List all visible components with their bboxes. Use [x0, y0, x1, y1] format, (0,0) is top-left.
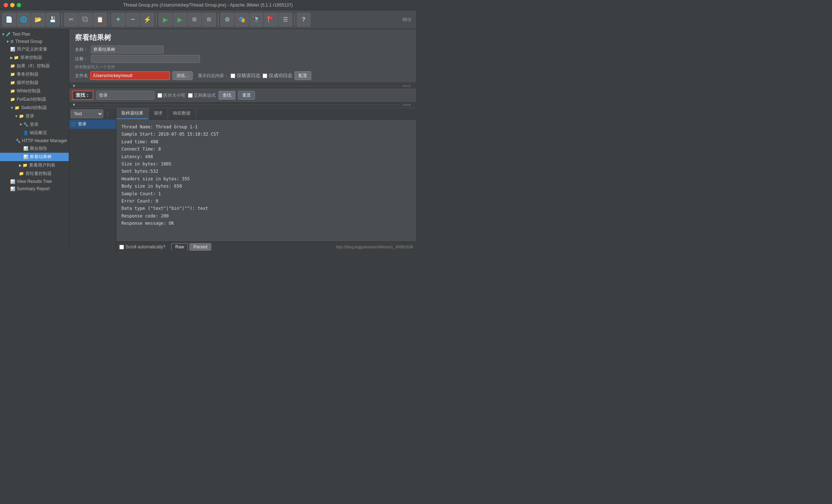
- sidebar-item-throughput[interactable]: 📁 吞吐量控制器: [0, 169, 69, 178]
- save-button[interactable]: 💾: [46, 13, 60, 27]
- sidebar-item-user-vars[interactable]: 📊 用户定义的变量: [0, 45, 69, 53]
- tab-raw[interactable]: Raw: [171, 243, 188, 251]
- name-input[interactable]: [91, 45, 164, 53]
- collapse-arrow-1[interactable]: ▼: [72, 84, 76, 88]
- scroll-auto-label: Scroll automatically?: [125, 244, 165, 249]
- remote-settings-button[interactable]: ⚙: [220, 13, 234, 27]
- close-button[interactable]: [4, 3, 8, 7]
- file-section-label: 所有数据写入一个文件: [75, 64, 410, 70]
- search-bar: 查找： 区分大小写 正则表达式 查找 重置: [69, 89, 416, 101]
- tab-sampler-result[interactable]: 取样器结果: [116, 108, 149, 119]
- shutdown-button[interactable]: ⏹: [202, 13, 216, 27]
- search-button[interactable]: 查找: [219, 91, 235, 100]
- collapse-arrow-2[interactable]: ▼: [72, 103, 76, 107]
- templates-button[interactable]: 📂: [31, 13, 45, 27]
- run-selected-button[interactable]: ⚡: [140, 13, 154, 27]
- minimize-button[interactable]: [10, 3, 15, 7]
- sidebar-item-switch-ctrl[interactable]: ▼ 📁 Switch控制器: [0, 104, 69, 112]
- clear-all-button[interactable]: ☰: [279, 13, 292, 27]
- sidebar-item-simple-ctrl[interactable]: ▶ 📁 简单控制器: [0, 53, 69, 62]
- sidebar-item-assertion[interactable]: 👤 响应断言: [0, 129, 69, 137]
- error-log-checkbox[interactable]: [231, 73, 235, 78]
- file-path-input[interactable]: [90, 71, 170, 80]
- open-button[interactable]: 🌐: [17, 13, 31, 27]
- drag-handle[interactable]: ⋮: [105, 111, 111, 117]
- case-sensitive-checkbox[interactable]: [157, 93, 162, 98]
- while-ctrl-icon: 📁: [10, 89, 15, 93]
- sidebar-item-thread-group[interactable]: ▼ ⚙ Thread Group: [0, 38, 69, 45]
- error-log-label: 仅错误日志: [237, 72, 260, 79]
- toolbar: 📄 🌐 📂 💾 ✂ ⿻ 📋 + − ⚡ ▶ ▶ ⏹ ⏹ ⚙ 🎭 🔭 🚩 ☰ ? …: [0, 10, 416, 29]
- sidebar-item-summary-report[interactable]: 📊 Summary Report: [0, 185, 69, 192]
- collapse-row-2: ▼ ≋≋≋: [69, 101, 416, 108]
- add-button[interactable]: +: [111, 13, 125, 27]
- start-no-pauses-button[interactable]: ▶: [173, 13, 187, 27]
- separator-1: [61, 13, 62, 26]
- sidebar-item-view-results-tree[interactable]: 📊 View Results Tree: [0, 178, 69, 185]
- tree-arrow-simple[interactable]: ▶: [10, 56, 13, 60]
- sidebar-item-login-parent[interactable]: ▼ 📁 登录: [0, 112, 69, 120]
- tree-arrow-test-plan[interactable]: ▼: [1, 32, 5, 36]
- remove-button[interactable]: −: [126, 13, 140, 27]
- window-controls[interactable]: [4, 3, 21, 7]
- scroll-auto-checkbox[interactable]: [119, 245, 124, 249]
- clear-button[interactable]: 🚩: [264, 13, 278, 27]
- tree-arrow-switch[interactable]: ▼: [10, 106, 14, 110]
- copy-button[interactable]: ⿻: [79, 13, 92, 27]
- tree-arrow-login-parent[interactable]: ▼: [15, 114, 18, 118]
- sidebar-item-aggregate[interactable]: 📊 聚合报告: [0, 144, 69, 153]
- function-helper-button[interactable]: 🔭: [249, 13, 263, 27]
- throughput-icon: 📁: [19, 171, 24, 176]
- cut-button[interactable]: ✂: [64, 13, 78, 27]
- browse-button[interactable]: 浏览...: [172, 71, 193, 80]
- help-button[interactable]: ?: [297, 13, 311, 27]
- success-log-checkbox[interactable]: [263, 73, 267, 78]
- sidebar-item-http-header[interactable]: 🔧 HTTP Header Manager: [0, 137, 69, 144]
- file-row: 文件名 浏览... 显示日志内容： 仅错误日志 仅成功日志 配置: [75, 71, 410, 80]
- simple-ctrl-icon: 📁: [14, 55, 19, 60]
- search-input[interactable]: [96, 91, 155, 100]
- regex-checkbox[interactable]: [188, 93, 193, 98]
- sidebar-item-while-ctrl[interactable]: 📁 While控制器: [0, 87, 69, 95]
- result-item-login[interactable]: 🛡 登录: [69, 120, 116, 129]
- paste-button[interactable]: 📋: [93, 13, 107, 27]
- sidebar-item-view-results[interactable]: 📊 察看结果树: [0, 153, 69, 161]
- sidebar-item-loop-ctrl[interactable]: 📁 循环控制器: [0, 79, 69, 87]
- comment-input[interactable]: [91, 55, 200, 63]
- panel-title: 察看结果树: [75, 33, 410, 43]
- thread-group-icon: ⚙: [10, 39, 14, 44]
- status-url: http://blog.biggsdrstreet/Weixin1_409826…: [336, 245, 413, 249]
- name-row: 名称：: [75, 45, 410, 53]
- sidebar-item-if-ctrl[interactable]: 📁 如果（If）控制器: [0, 62, 69, 70]
- sampler-result-text: Thread Name: Thread Group 1-1 Sample Sta…: [121, 123, 411, 241]
- bottom-tabs: Raw Parsed: [171, 243, 211, 251]
- case-sensitive-label: 区分大小写: [163, 92, 185, 99]
- start-button[interactable]: ▶: [159, 13, 172, 27]
- status-success-icon: 🛡: [71, 121, 76, 127]
- tab-parsed[interactable]: Parsed: [189, 243, 211, 251]
- sidebar-item-login-child[interactable]: ▼ 🔧 登录: [0, 120, 69, 129]
- results-list-panel: Text RegExp Tester CSS/JQuery XPath Test…: [69, 108, 116, 252]
- log-viewer-button[interactable]: 🎭: [235, 13, 249, 27]
- comment-row: 注释：: [75, 55, 410, 63]
- tree-arrow-login-child[interactable]: ▼: [19, 123, 23, 127]
- sidebar-item-user-list[interactable]: ▶ 📁 查看用户列表: [0, 161, 69, 169]
- sidebar-item-test-plan[interactable]: ▼ 🧪 Test Plan: [0, 31, 69, 38]
- config-button[interactable]: 配置: [295, 71, 311, 80]
- test-plan-icon: 🧪: [6, 32, 11, 37]
- reset-button[interactable]: 重置: [238, 91, 255, 100]
- stop-button[interactable]: ⏹: [188, 13, 201, 27]
- sidebar-item-transaction-ctrl[interactable]: 📁 事务控制器: [0, 70, 69, 79]
- new-button[interactable]: 📄: [2, 13, 16, 27]
- content-header: 察看结果树 名称： 注释： 所有数据写入一个文件 文件名 浏览... 显示日志内…: [69, 29, 416, 83]
- display-type-select[interactable]: Text RegExp Tester CSS/JQuery XPath Test…: [71, 109, 103, 118]
- if-ctrl-icon: 📁: [10, 64, 15, 68]
- tab-response-data[interactable]: 响应数据: [168, 108, 196, 119]
- tree-arrow-thread-group[interactable]: ▼: [6, 40, 9, 44]
- loop-ctrl-icon: 📁: [10, 80, 15, 85]
- maximize-button[interactable]: [17, 3, 21, 7]
- sidebar-item-foreach-ctrl[interactable]: 📁 ForEach控制器: [0, 95, 69, 104]
- tree-arrow-user-list[interactable]: ▶: [19, 163, 22, 167]
- tab-request[interactable]: 请求: [149, 108, 168, 119]
- view-results-tree-icon: 📊: [10, 179, 15, 184]
